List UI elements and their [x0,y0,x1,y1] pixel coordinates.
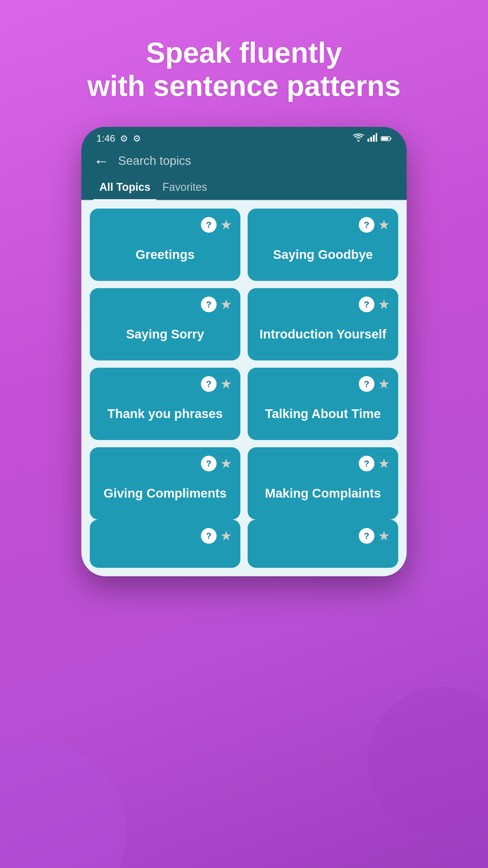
question-icon: ? [201,376,217,392]
card-icons-goodbye: ? ★ [256,217,390,233]
question-icon: ? [201,297,217,312]
toolbar: ← Search topics [82,147,407,176]
star-icon[interactable]: ★ [220,457,232,471]
svg-rect-2 [370,137,372,142]
search-input[interactable]: Search topics [118,154,191,167]
tab-all-topics[interactable]: All Topics [93,176,156,199]
decorative-blob-left [0,741,127,868]
topic-card-introduction-yourself[interactable]: ? ★ Introduction Yourself [248,288,398,361]
topics-grid: ? ★ Greetings ? ★ Saying Goodbye ? ★ Say… [82,200,407,520]
headline-line1: Speak fluently [146,36,342,69]
topic-title-introduction-yourself: Introduction Yourself [256,327,390,342]
star-icon[interactable]: ★ [220,218,232,233]
topic-title-thank-you: Thank you phrases [98,406,232,422]
status-bar: 1:46 ⚙ ⚙ [82,127,407,147]
star-icon[interactable]: ★ [220,298,232,312]
topic-card-partial-right[interactable]: ? ★ [248,520,398,568]
decorative-blob-right [367,687,488,838]
topic-title-making-complaints: Making Complaints [256,486,390,501]
card-icons-introduction: ? ★ [256,297,390,312]
question-icon: ? [201,528,217,544]
svg-rect-4 [376,133,377,142]
card-icons-complaints: ? ★ [256,456,390,471]
star-icon[interactable]: ★ [220,529,232,544]
status-right [353,133,392,144]
question-icon: ? [201,456,217,471]
star-icon[interactable]: ★ [378,377,390,392]
question-icon: ? [359,528,375,544]
settings2-icon: ⚙ [133,133,141,144]
card-icons-compliments: ? ★ [98,456,232,471]
star-icon[interactable]: ★ [378,218,390,233]
svg-point-0 [358,140,359,142]
topic-title-giving-compliments: Giving Compliments [98,486,232,501]
topic-title-talking-about-time: Talking About Time [256,406,390,422]
question-icon: ? [359,217,375,233]
question-icon: ? [201,217,217,233]
card-icons-time: ? ★ [256,376,390,392]
svg-rect-6 [382,137,388,140]
back-button[interactable]: ← [93,153,109,169]
headline: Speak fluently with sentence patterns [69,36,419,103]
star-icon[interactable]: ★ [220,377,232,392]
card-icons-greetings: ? ★ [98,217,232,233]
card-icons-sorry: ? ★ [98,297,232,312]
topic-card-saying-sorry[interactable]: ? ★ Saying Sorry [90,288,240,361]
topic-title-saying-sorry: Saying Sorry [98,327,232,342]
tab-favorites[interactable]: Favorites [156,176,213,199]
settings1-icon: ⚙ [120,133,128,144]
battery-icon [381,133,392,144]
topic-card-giving-compliments[interactable]: ? ★ Giving Compliments [90,447,240,520]
svg-rect-7 [390,138,391,140]
question-icon: ? [359,456,375,471]
topic-card-greetings[interactable]: ? ★ Greetings [90,209,240,281]
topic-card-thank-you[interactable]: ? ★ Thank you phrases [90,368,240,440]
wifi-icon [353,133,364,144]
topic-card-making-complaints[interactable]: ? ★ Making Complaints [248,447,398,520]
topic-card-partial-left[interactable]: ? ★ [90,520,240,568]
topic-card-talking-about-time[interactable]: ? ★ Talking About Time [248,368,398,440]
partial-row: ? ★ ? ★ [82,520,407,576]
question-icon: ? [359,376,375,392]
topic-title-saying-goodbye: Saying Goodbye [256,247,390,263]
topic-card-saying-goodbye[interactable]: ? ★ Saying Goodbye [248,209,398,281]
headline-line2: with sentence patterns [87,70,401,102]
star-icon[interactable]: ★ [378,298,390,312]
status-left: 1:46 ⚙ ⚙ [96,133,141,144]
svg-rect-3 [373,135,375,142]
card-icons-partial-right: ? ★ [256,528,390,544]
star-icon[interactable]: ★ [378,529,390,544]
question-icon: ? [359,297,375,312]
time-display: 1:46 [96,133,115,144]
svg-rect-1 [367,138,369,142]
star-icon[interactable]: ★ [378,457,390,471]
tabs-bar: All Topics Favorites [82,176,407,200]
card-icons-partial-left: ? ★ [98,528,232,544]
phone-frame: 1:46 ⚙ ⚙ [82,127,407,576]
topic-title-greetings: Greetings [98,247,232,263]
card-icons-thankyou: ? ★ [98,376,232,392]
signal-icon [367,133,377,144]
